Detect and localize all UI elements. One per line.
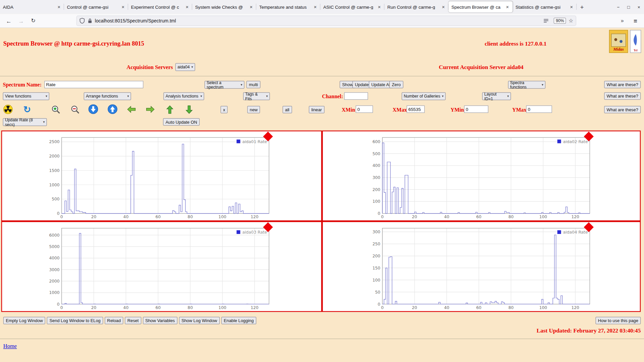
how-to-use-button[interactable]: How to use this page [595, 317, 641, 324]
reader-view-icon[interactable] [543, 18, 549, 23]
tab-close-icon[interactable]: × [505, 4, 509, 10]
svg-text:150: 150 [373, 266, 380, 270]
spectrum-panel-aida01: 02040608010012005001000150020002500aida0… [1, 130, 322, 221]
auto-update-button[interactable]: Auto Update ON [163, 118, 200, 126]
site-info-lock-icon[interactable] [88, 18, 93, 23]
svg-text:3000: 3000 [49, 267, 59, 272]
browser-tab-temperature[interactable]: Temperature and status × [256, 1, 320, 12]
all-button[interactable]: all [282, 106, 292, 113]
tab-label: Statistics @ carme-gsi [516, 4, 568, 9]
spectrum-chart-aida01[interactable]: 02040608010012005001000150020002500aida0… [2, 131, 271, 219]
svg-text:20: 20 [91, 305, 97, 309]
what-are-these-button-3[interactable]: What are these? [604, 106, 641, 113]
spectrum-chart-aida02[interactable]: 0204060801001200100200300400500600aida02… [323, 131, 592, 219]
window-controls: − □ × [613, 0, 644, 14]
browser-tab-control[interactable]: Control @ carme-gsi × [64, 1, 128, 12]
new-button[interactable]: new [247, 106, 260, 113]
enable-logging-button[interactable]: Enable Logging [221, 317, 256, 324]
browser-tab-asic-control[interactable]: ASIC Control @ carme-g × [320, 1, 384, 12]
browser-tab-run-control[interactable]: Run Control @ carme-g × [384, 1, 448, 12]
view-functions-select[interactable]: View functions [3, 93, 49, 100]
functions-row: View functions Arrange functions Analysi… [0, 93, 644, 102]
pan-right-arrow-icon[interactable] [145, 105, 155, 114]
tags-and-fits-select[interactable]: Tags & Fits [243, 93, 270, 100]
url-bar[interactable]: localhost:8015/Spectrum/Spectrum.tml 90%… [76, 16, 576, 26]
multi-button[interactable]: multi [247, 81, 261, 88]
tab-close-icon[interactable]: × [569, 4, 574, 10]
show-log-window-button[interactable]: Show Log Window [179, 317, 220, 324]
acquisition-server-select[interactable]: aida04 [175, 63, 195, 71]
linear-button[interactable]: linear [309, 106, 324, 113]
hamburger-menu-icon[interactable]: ≡ [630, 17, 641, 24]
tab-close-icon[interactable]: × [249, 4, 253, 10]
empty-log-window-button[interactable]: Empty Log Window [3, 317, 45, 324]
tab-close-icon[interactable]: × [57, 4, 61, 10]
refresh-spectra-icon[interactable]: ↻ [22, 105, 32, 114]
spectrum-name-input[interactable] [44, 81, 143, 88]
xmax-input[interactable] [407, 106, 425, 113]
channel-input[interactable] [344, 93, 368, 100]
pan-down-arrow-icon[interactable] [184, 105, 194, 114]
xmin-input[interactable] [356, 106, 373, 113]
tab-close-icon[interactable]: × [377, 4, 381, 10]
home-link[interactable]: Home [3, 343, 17, 350]
analysis-functions-select[interactable]: Analysis functions [163, 93, 204, 100]
chart-wrap: 020406080100120050100150200250300aida04 … [323, 222, 594, 310]
send-log-to-elog-button[interactable]: Send Log Window to ELog [47, 317, 103, 324]
toolbar-overflow-icon[interactable]: » [617, 18, 628, 24]
shrink-y-scale-icon[interactable] [88, 104, 98, 114]
browser-tab-experiment-control[interactable]: Experiment Control @ c × [128, 1, 192, 12]
tcl-logo-text: Tcl [634, 49, 637, 53]
window-minimize-button[interactable]: − [613, 0, 624, 14]
tab-close-icon[interactable]: × [441, 4, 445, 10]
tab-label: Control @ carme-gsi [67, 4, 119, 9]
tab-close-icon[interactable]: × [313, 4, 317, 10]
zoom-level-badge[interactable]: 90% [554, 18, 566, 24]
new-tab-button[interactable]: + [577, 2, 587, 12]
zoom-in-icon[interactable] [51, 105, 61, 114]
ymax-input[interactable] [526, 106, 552, 113]
spectrum-chart-aida04[interactable]: 020406080100120050100150200250300aida04 … [323, 222, 592, 309]
last-updated-text: Last Updated: February 27, 2022 03:40:45 [537, 327, 641, 334]
radiation-icon[interactable] [3, 105, 13, 114]
window-maximize-button[interactable]: □ [624, 0, 634, 14]
show-variables-button[interactable]: Show Variables [143, 317, 177, 324]
back-button[interactable]: ← [3, 17, 14, 24]
svg-text:40: 40 [444, 305, 449, 309]
update-button[interactable]: Update [353, 81, 371, 88]
what-are-these-button-2[interactable]: What are these? [604, 93, 641, 100]
browser-tab-aida[interactable]: AIDA × [0, 1, 64, 12]
browser-tab-spectrum-browser[interactable]: Spectrum Browser @ ca × [448, 1, 513, 12]
pan-left-arrow-icon[interactable] [126, 105, 136, 114]
tcl-powered-logo[interactable]: Tcl [630, 30, 641, 53]
tab-close-icon[interactable]: × [121, 4, 125, 10]
spectrum-name-row: Spectrum Name: Select a spectrum multi S… [0, 81, 644, 90]
spectrum-chart-aida03[interactable]: 0204060801001200100020003000400050006000… [2, 222, 271, 309]
url-text[interactable]: localhost:8015/Spectrum/Spectrum.tml [95, 18, 544, 23]
ymin-input[interactable] [464, 106, 488, 113]
midas-logo[interactable]: Midas [609, 30, 628, 53]
bookmark-star-icon[interactable]: ☆ [569, 18, 573, 24]
chart-wrap: 0204060801001200100200300400500600aida02… [323, 131, 594, 220]
reset-button[interactable]: Reset [125, 317, 141, 324]
window-close-button[interactable]: × [634, 0, 644, 14]
browser-tab-system-checks[interactable]: System wide Checks @ × [192, 1, 256, 12]
forward-button[interactable]: → [16, 17, 26, 24]
reload-page-button[interactable]: Reload [105, 317, 123, 324]
zero-button[interactable]: Zero [389, 81, 403, 88]
what-are-these-button-1[interactable]: What are these? [604, 81, 641, 88]
shield-icon[interactable] [79, 18, 85, 24]
arrange-functions-select[interactable]: Arrange functions [84, 93, 131, 100]
number-of-galleries-select[interactable]: Number of Galleries [402, 93, 446, 100]
expand-y-scale-icon[interactable] [108, 104, 117, 114]
pan-up-arrow-icon[interactable] [165, 105, 174, 114]
spectra-functions-select[interactable]: Spectra functions [508, 81, 545, 88]
x-close-button[interactable]: x [221, 106, 228, 113]
browser-tab-statistics[interactable]: Statistics @ carme-gsi × [513, 1, 577, 12]
update-rate-select[interactable]: Update Rate (8 secs) [3, 118, 47, 126]
reload-button[interactable]: ↻ [28, 18, 39, 24]
zoom-out-icon[interactable] [70, 105, 80, 114]
tab-close-icon[interactable]: × [185, 4, 189, 10]
layout-id-select[interactable]: Layout ID=1 [482, 93, 511, 100]
select-a-spectrum-select[interactable]: Select a spectrum [205, 81, 245, 88]
